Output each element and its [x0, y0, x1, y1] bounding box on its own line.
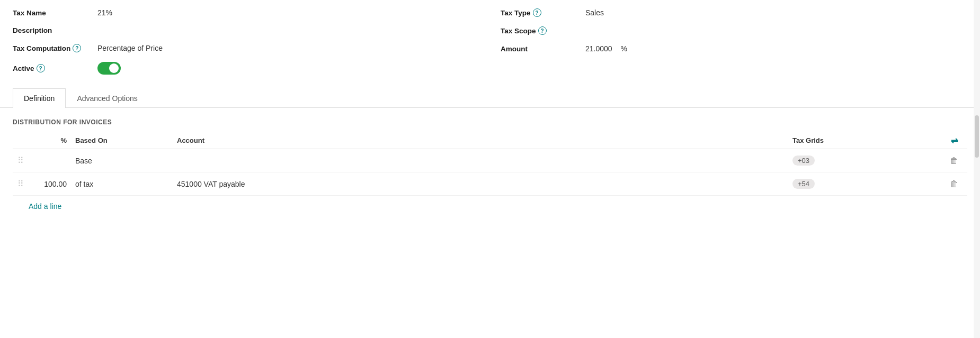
drag-handle-1[interactable]: ⠿ [13, 156, 29, 166]
distribution-section-title: DISTRIBUTION FOR INVOICES [13, 118, 967, 126]
row2-account: 451000 VAT payable [177, 180, 792, 188]
table-row: ⠿ Base +03 🗑 [13, 149, 967, 172]
row1-delete-icon[interactable]: 🗑 [950, 156, 958, 166]
tabs-container: Definition Advanced Options [0, 88, 980, 108]
table-header: % Based On Account Tax Grids ⇌ [13, 132, 967, 149]
taxgrids-col-header: Tax Grids [792, 136, 941, 144]
form-left: Tax Name 21% Description Tax Computation… [13, 8, 479, 84]
description-row: Description [13, 26, 479, 34]
tax-computation-value: Percentage of Price [97, 44, 163, 52]
tax-type-value: Sales [585, 8, 604, 17]
percent-col-header: % [29, 136, 71, 144]
drag-handle-2[interactable]: ⠿ [13, 179, 29, 189]
row2-percent: 100.00 [29, 180, 71, 188]
tax-scope-help-icon[interactable]: ? [538, 26, 547, 35]
row2-actions: 🗑 [941, 179, 967, 189]
actions-col-header: ⇌ [941, 135, 967, 145]
scrollbar[interactable] [974, 0, 980, 338]
active-toggle[interactable] [97, 62, 121, 75]
amount-suffix: % [621, 44, 627, 53]
tab-definition[interactable]: Definition [13, 88, 66, 108]
filter-icon[interactable]: ⇌ [951, 135, 958, 145]
row2-taxgrid-badge: +54 [792, 179, 815, 189]
drag-dots-icon: ⠿ [17, 156, 24, 166]
row1-actions: 🗑 [941, 156, 967, 166]
toggle-slider [97, 62, 121, 75]
tax-name-label: Tax Name [13, 9, 97, 17]
row1-taxgrids: +03 [792, 156, 941, 166]
tab-advanced-options[interactable]: Advanced Options [66, 88, 148, 108]
amount-value-group: 21.0000 % [585, 44, 627, 53]
scrollbar-thumb [975, 115, 979, 158]
row2-basedon: of tax [71, 180, 177, 188]
add-line-button[interactable]: Add a line [13, 196, 61, 211]
form-section: Tax Name 21% Description Tax Computation… [0, 0, 980, 84]
amount-label: Amount [501, 45, 585, 53]
row1-basedon: Base [71, 157, 177, 165]
tax-scope-row: Tax Scope ? [501, 26, 967, 35]
description-label: Description [13, 26, 97, 34]
amount-row: Amount 21.0000 % [501, 44, 967, 53]
tax-computation-row: Tax Computation ? Percentage of Price [13, 44, 479, 52]
row2-delete-icon[interactable]: 🗑 [950, 179, 958, 189]
tax-type-row: Tax Type ? Sales [501, 8, 967, 17]
tax-type-help-icon[interactable]: ? [533, 8, 541, 17]
tax-type-label: Tax Type ? [501, 8, 585, 17]
drag-dots-icon: ⠿ [17, 179, 24, 189]
active-label: Active ? [13, 64, 97, 72]
form-right: Tax Type ? Sales Tax Scope ? Amount 21.0… [501, 8, 967, 84]
tax-computation-label: Tax Computation ? [13, 44, 97, 52]
distribution-table: % Based On Account Tax Grids ⇌ ⠿ Base +0… [13, 132, 967, 196]
tax-computation-help-icon[interactable]: ? [73, 44, 81, 52]
tax-name-row: Tax Name 21% [13, 8, 479, 17]
basedon-col-header: Based On [71, 136, 177, 144]
active-row: Active ? [13, 62, 479, 75]
active-help-icon[interactable]: ? [37, 64, 45, 72]
amount-value: 21.0000 [585, 44, 612, 53]
row1-taxgrid-badge: +03 [792, 156, 815, 166]
account-col-header: Account [177, 136, 792, 144]
distribution-section: DISTRIBUTION FOR INVOICES % Based On Acc… [0, 108, 980, 211]
tax-scope-label: Tax Scope ? [501, 26, 585, 35]
row2-taxgrids: +54 [792, 179, 941, 189]
table-row: ⠿ 100.00 of tax 451000 VAT payable +54 🗑 [13, 172, 967, 196]
tax-name-value: 21% [97, 8, 112, 17]
